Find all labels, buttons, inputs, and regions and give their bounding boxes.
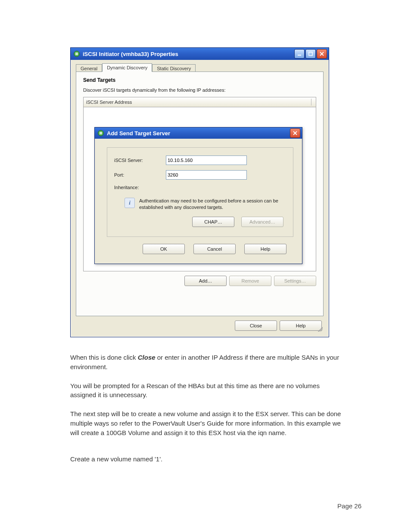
info-text: Authentication may need to be configured… [139, 198, 286, 211]
window-titlebar[interactable]: iSCSI Initiator (vmhba33) Properties [71, 48, 329, 60]
column-separator[interactable] [311, 99, 311, 106]
close-window-button[interactable] [317, 49, 327, 59]
svg-rect-5 [100, 132, 102, 134]
port-input[interactable] [166, 170, 247, 180]
svg-rect-3 [309, 52, 312, 56]
doc-paragraph-1: When this is done click Close or enter i… [70, 353, 344, 372]
advanced-button[interactable]: Advanced… [241, 217, 283, 227]
close-button[interactable]: Close [235, 320, 277, 331]
dialog-close-button[interactable] [290, 128, 300, 138]
dialog-titlebar[interactable]: Add Send Target Server [95, 128, 302, 139]
settings-button: Settings… [274, 276, 316, 286]
iscsi-server-label: iSCSI Server: [114, 158, 166, 163]
doc-paragraph-3: The next step will be to create a new vo… [70, 409, 344, 437]
section-description: Discover iSCSI targets dynamically from … [83, 87, 316, 93]
section-title: Send Targets [83, 77, 316, 83]
dialog-title: Add Send Target Server [107, 130, 287, 137]
app-icon [73, 50, 80, 57]
remove-button: Remove [229, 276, 271, 286]
svg-rect-2 [298, 55, 301, 56]
doc-paragraph-4: Create a new volume named '1'. [70, 454, 344, 464]
tab-strip: General Dynamic Discovery Static Discove… [76, 63, 324, 72]
inheritance-label: Inheritance: [114, 185, 166, 190]
doc-paragraph-2: You will be prompted for a Rescan of the… [70, 381, 344, 400]
chap-button[interactable]: CHAP… [192, 217, 234, 227]
add-button[interactable]: Add… [184, 276, 227, 286]
minimize-button[interactable] [294, 49, 305, 59]
svg-rect-1 [75, 53, 78, 55]
column-header-label: iSCSI Server Address [86, 100, 132, 105]
info-icon: i [125, 198, 135, 208]
dialog-help-button[interactable]: Help [244, 244, 286, 254]
help-button[interactable]: Help [280, 320, 322, 331]
cancel-button[interactable]: Cancel [193, 244, 236, 254]
maximize-button[interactable] [305, 49, 316, 59]
ok-button[interactable]: OK [143, 244, 185, 254]
dialog-app-icon [97, 130, 104, 137]
dialog-form-group: iSCSI Server: Port: Inheritance: [107, 147, 293, 237]
port-label: Port: [114, 172, 166, 177]
list-column-header[interactable]: iSCSI Server Address [83, 97, 316, 107]
window-title: iSCSI Initiator (vmhba33) Properties [83, 51, 292, 57]
iscsi-server-input[interactable] [166, 156, 247, 165]
add-send-target-dialog: Add Send Target Server iSCSI Server: [94, 127, 302, 264]
tab-dynamic-discovery[interactable]: Dynamic Discovery [102, 63, 152, 72]
server-address-list[interactable]: Add Send Target Server iSCSI Server: [83, 107, 316, 271]
page-number: Page 26 [337, 502, 361, 510]
resize-grip[interactable] [317, 326, 323, 332]
tab-panel: Send Targets Discover iSCSI targets dyna… [76, 72, 324, 316]
document-body: When this is done click Close or enter i… [70, 353, 344, 464]
properties-window: iSCSI Initiator (vmhba33) Properties Gen… [70, 47, 329, 337]
